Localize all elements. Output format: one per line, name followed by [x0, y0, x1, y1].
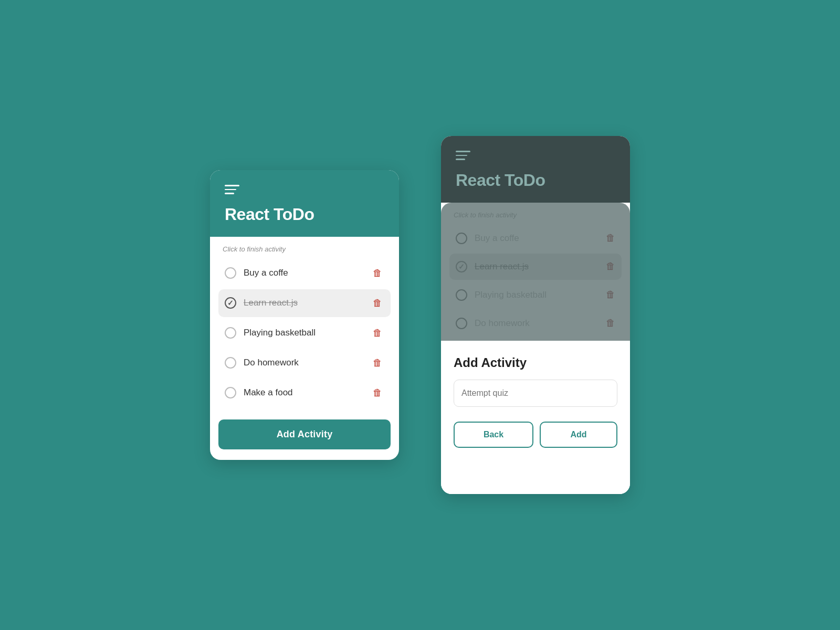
checkmark-icon: ✓ [227, 299, 234, 307]
todo-checkbox-3[interactable] [225, 327, 236, 339]
right-card-title: React ToDo [456, 171, 615, 190]
partial-bottom [441, 460, 630, 494]
partial-box [462, 460, 609, 486]
hint-text: Click to finish activity [210, 237, 399, 257]
right-card: React ToDo Click to finish activity Buy … [441, 136, 630, 494]
todo-item[interactable]: Buy a coffe 🗑 [218, 259, 391, 287]
todo-label-2: Learn react.js [244, 298, 371, 308]
right-card-header: React ToDo [441, 136, 630, 203]
delete-button-3[interactable]: 🗑 [371, 327, 384, 340]
hamburger-icon-right[interactable] [456, 151, 615, 160]
todo-label-4: Do homework [244, 358, 371, 368]
dialog-title: Add Activity [454, 355, 617, 370]
delete-button-4[interactable]: 🗑 [371, 356, 384, 370]
left-card-title: React ToDo [225, 205, 384, 224]
left-card-body: Click to finish activity Buy a coffe 🗑 ✓… [210, 237, 399, 460]
todo-checkbox-1[interactable] [225, 267, 236, 279]
hamburger-icon[interactable] [225, 185, 384, 194]
overlay-container: Click to finish activity Buy a coffe 🗑 ✓… [441, 203, 630, 341]
todo-label-5: Make a food [244, 387, 371, 398]
dialog-panel: Add Activity Back Add [441, 341, 630, 460]
todo-label-3: Playing basketball [244, 328, 371, 338]
left-card: React ToDo Click to finish activity Buy … [210, 170, 399, 460]
todo-list: Buy a coffe 🗑 ✓ Learn react.js 🗑 Playing… [210, 257, 399, 411]
todo-checkbox-5[interactable] [225, 387, 236, 398]
todo-checkbox-4[interactable] [225, 357, 236, 369]
todo-item[interactable]: Make a food 🗑 [218, 379, 391, 407]
dialog-buttons: Back Add [454, 422, 617, 448]
todo-item-completed[interactable]: ✓ Learn react.js 🗑 [218, 289, 391, 317]
todo-item[interactable]: Do homework 🗑 [218, 349, 391, 377]
add-activity-button[interactable]: Add Activity [218, 419, 391, 449]
back-button[interactable]: Back [454, 422, 533, 448]
delete-button-5[interactable]: 🗑 [371, 386, 384, 400]
todo-item[interactable]: Playing basketball 🗑 [218, 319, 391, 347]
add-button[interactable]: Add [540, 422, 617, 448]
todo-label-1: Buy a coffe [244, 268, 371, 278]
delete-button-2[interactable]: 🗑 [371, 297, 384, 310]
delete-button-1[interactable]: 🗑 [371, 267, 384, 280]
activity-input[interactable] [454, 380, 617, 407]
todo-checkbox-2[interactable]: ✓ [225, 297, 236, 309]
left-card-header: React ToDo [210, 170, 399, 237]
